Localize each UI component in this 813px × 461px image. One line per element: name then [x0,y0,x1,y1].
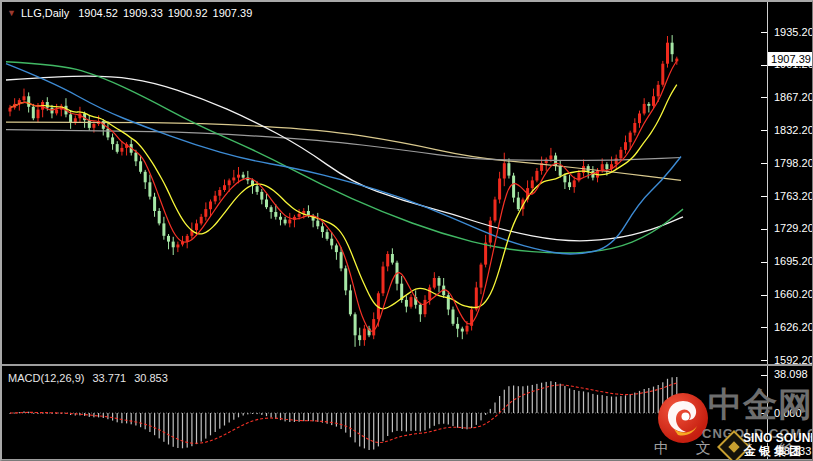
candle [498,179,501,200]
macd-bar [117,413,118,422]
candle [494,200,497,221]
candle [433,278,436,288]
ma-green [6,62,683,253]
candle [204,209,207,217]
candle [405,300,408,307]
candle [228,180,231,185]
candle [321,226,324,232]
candle [195,223,198,230]
price-axis-label: 1626.20 [774,321,813,333]
macd-bar [126,413,127,423]
macd-bar [457,413,458,428]
macd-bar [499,396,500,413]
axis-tick [761,97,767,98]
candle [32,107,35,119]
chart-info-line: ▼ LLG,Daily 1904.52 1909.33 1900.92 1907… [7,7,257,19]
macd-bar [438,413,439,424]
candle [106,129,109,138]
macd-bar [154,413,155,435]
candle [284,220,287,224]
macd-bar [373,413,374,450]
macd-bar [168,413,169,445]
macd-bar [415,413,416,431]
macd-bar [490,409,491,413]
axis-tick [761,130,767,131]
macd-bar [229,413,230,423]
macd-bar [19,412,20,413]
axis-tick [761,262,767,263]
macd-bar [602,395,603,413]
macd-bar [625,395,626,413]
macd-axis[interactable]: 38.0980.000-38.333 [768,368,813,459]
macd-bar [560,384,561,413]
macd-bar [341,413,342,429]
macd-bar [350,413,351,437]
candle [158,211,161,223]
price-chart[interactable] [2,2,767,363]
macd-bar [359,413,360,447]
macd-bar [588,392,589,413]
macd-bar [564,386,565,413]
candle [162,223,165,235]
candle [349,290,352,314]
candle [270,207,273,212]
macd-bar [536,384,537,413]
macd-bar [271,413,272,418]
candle [335,245,338,252]
macd-bar [634,393,635,413]
macd-bar [667,379,668,413]
collapse-arrow-icon[interactable]: ▼ [7,8,16,18]
macd-bar [424,413,425,430]
macd-bar [644,389,645,413]
candle [624,142,627,150]
macd-bar [364,413,365,448]
candle [9,108,12,112]
candle [647,104,650,106]
candle [587,166,590,171]
candle [340,252,343,268]
candle [214,196,217,202]
candle [172,242,175,248]
macd-bar [201,413,202,442]
macd-bar [466,413,467,429]
candle [428,288,431,300]
macd-bar [443,413,444,424]
macd-bar [392,413,393,432]
macd-params-label: MACD(12,26,9) [8,372,84,384]
candle [120,148,123,152]
macd-bar [648,388,649,413]
macd-bar [420,413,421,431]
candle [176,245,179,248]
macd-bar [313,413,314,421]
macd-bar [205,413,206,439]
macd-bar [243,413,244,416]
macd-bar [592,394,593,413]
macd-bar [93,413,94,417]
candle [237,175,240,178]
macd-bar [224,413,225,426]
macd-bar [135,413,136,426]
macd-bar [476,413,477,425]
candle [88,120,91,128]
candle [242,175,245,178]
macd-bar [494,403,495,414]
candle [424,300,427,314]
macd-bar [257,413,258,414]
candle [666,43,669,64]
window-bottom-border [2,459,813,460]
candle [489,221,492,243]
candle [358,335,361,340]
macd-bar [532,385,533,413]
macd-bar [429,413,430,428]
ma-red [10,61,677,331]
macd-bar [401,413,402,431]
candle [354,314,357,335]
macd-axis-label: 0.000 [774,407,802,419]
macd-bar [140,413,141,427]
macd-bar [485,413,486,415]
open-value: 1904.52 [78,7,118,19]
macd-bar [396,413,397,431]
axis-tick [761,295,767,296]
panel-divider[interactable] [2,364,813,366]
candle [657,85,660,97]
